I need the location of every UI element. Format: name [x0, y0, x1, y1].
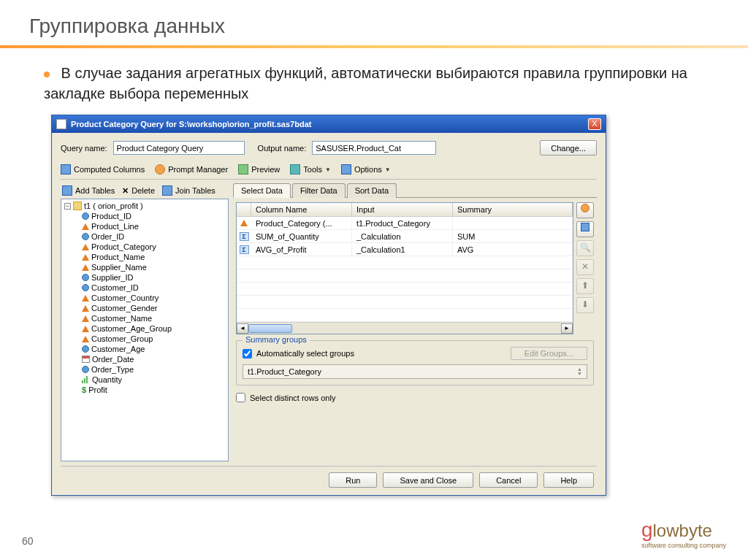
computed-columns-button[interactable]: Computed Columns — [61, 164, 145, 174]
num-col-icon — [82, 284, 89, 291]
distinct-row: Select distinct rows only — [236, 393, 594, 402]
run-button[interactable]: Run — [329, 472, 377, 488]
tree-root[interactable]: − t1 ( orion_profit ) — [63, 201, 226, 211]
tree-item[interactable]: Customer_Group — [80, 334, 226, 344]
tree-item-label: Order_ID — [91, 232, 124, 241]
tables-pane: Add Tables ✕Delete Join Tables − t1 ( or… — [61, 183, 229, 461]
move-down-button: ⬇ — [576, 297, 594, 313]
cell-column-name: SUM_of_Quantity — [251, 231, 352, 242]
tree-item[interactable]: Supplier_ID — [80, 272, 226, 283]
preview-button[interactable]: Preview — [238, 164, 280, 174]
bullet-icon — [44, 72, 50, 77]
add-column-button[interactable] — [576, 202, 594, 218]
tree-item[interactable]: Order_ID — [80, 231, 226, 242]
tree-item-label: Quantity — [92, 375, 122, 384]
tree-item[interactable]: $Profit — [80, 385, 226, 395]
grid-row[interactable]: ΣSUM_of_Quantity_CalculationSUM — [237, 230, 573, 243]
grid-row[interactable]: Product_Category (...t1.Product_Category — [237, 217, 573, 230]
auto-select-groups-checkbox[interactable] — [243, 349, 252, 358]
tab-filter-data[interactable]: Filter Data — [292, 183, 346, 198]
tree-item-label: Customer_Gender — [91, 304, 158, 312]
header-summary[interactable]: Summary — [453, 203, 573, 216]
query-name-row: Query name: Output name: Change... — [61, 140, 597, 156]
tables-toolbar: Add Tables ✕Delete Join Tables — [61, 183, 229, 199]
x-icon: ✕ — [581, 261, 589, 272]
tree-item[interactable]: Customer_Name — [80, 313, 226, 323]
app-icon — [56, 119, 66, 129]
tree-item-label: Product_ID — [91, 212, 131, 220]
logo-tagline: software consulting company — [641, 542, 726, 549]
tree-item[interactable]: Product_ID — [80, 211, 226, 221]
tree-item[interactable]: Supplier_Name — [80, 262, 226, 272]
char-col-icon — [82, 295, 89, 302]
tab-select-data[interactable]: Select Data — [233, 183, 291, 198]
cell-column-name: AVG_of_Profit — [251, 244, 352, 256]
grid-icon — [581, 223, 589, 231]
char-col-icon — [82, 305, 89, 312]
grid-row[interactable]: ΣAVG_of_Profit_Calculation1AVG — [237, 243, 573, 256]
prompt-icon — [155, 164, 165, 174]
cancel-button[interactable]: Cancel — [479, 472, 538, 488]
scroll-left-button[interactable]: ◄ — [237, 323, 248, 334]
titlebar[interactable]: Product Category Query for S:\workshop\o… — [52, 115, 606, 133]
num-col-icon — [82, 233, 89, 240]
columns-tree[interactable]: − t1 ( orion_profit ) Product_IDProduct_… — [61, 199, 229, 461]
options-dropdown[interactable]: Options▼ — [341, 164, 391, 174]
horizontal-scrollbar[interactable]: ◄ ► — [237, 322, 573, 334]
tree-item[interactable]: Customer_Age — [80, 344, 226, 354]
tree-item[interactable]: Quantity — [80, 375, 226, 385]
close-button[interactable]: X — [588, 118, 601, 130]
tree-item[interactable]: Customer_ID — [80, 283, 226, 293]
logo-accent: g — [641, 518, 653, 541]
tree-item-label: Order_Type — [91, 365, 134, 374]
char-col-icon — [82, 244, 89, 250]
change-button[interactable]: Change... — [540, 140, 597, 156]
header-column-name[interactable]: Column Name — [251, 203, 352, 216]
properties-button[interactable] — [576, 221, 594, 237]
spinner-icon[interactable]: ▲▼ — [577, 367, 582, 376]
tree-item[interactable]: Customer_Country — [80, 293, 226, 303]
tree-item[interactable]: Customer_Age_Group — [80, 323, 226, 334]
tree-item[interactable]: Customer_Gender — [80, 303, 226, 313]
search-icon: 🔍 — [580, 242, 591, 253]
tabs: Select Data Filter Data Sort Data — [233, 183, 597, 198]
num-col-icon — [82, 345, 89, 353]
currency-icon: $ — [82, 386, 86, 394]
header-input[interactable]: Input — [352, 203, 453, 216]
save-close-button[interactable]: Save and Close — [383, 472, 473, 488]
join-tables-button[interactable]: Join Tables — [162, 185, 215, 196]
tools-dropdown[interactable]: Tools▼ — [290, 164, 331, 174]
tree-item[interactable]: Order_Type — [80, 364, 226, 375]
scroll-thumb[interactable] — [248, 324, 292, 333]
tree-item-label: Customer_Country — [91, 294, 159, 302]
num-col-icon — [82, 212, 89, 220]
cell-summary — [453, 222, 573, 225]
tree-item[interactable]: Product_Line — [80, 221, 226, 231]
table-icon — [73, 202, 82, 210]
move-up-button: ⬆ — [576, 278, 594, 294]
collapse-icon[interactable]: − — [64, 203, 71, 210]
tree-item-label: Supplier_ID — [91, 273, 133, 282]
tree-item[interactable]: Product_Category — [80, 242, 226, 252]
logo: glowbyte software consulting company — [641, 518, 726, 549]
output-name-input[interactable] — [312, 141, 436, 155]
scroll-right-button[interactable]: ► — [561, 323, 573, 334]
help-button[interactable]: Help — [543, 472, 594, 488]
add-tables-button[interactable]: Add Tables — [62, 185, 115, 196]
tree-item[interactable]: Product_Name — [80, 252, 226, 262]
add-icon — [62, 185, 72, 196]
tab-sort-data[interactable]: Sort Data — [347, 183, 397, 198]
delete-button[interactable]: ✕Delete — [122, 186, 155, 196]
output-name-label: Output name: — [258, 144, 307, 153]
columns-grid[interactable]: Column Name Input Summary Product_Catego… — [236, 202, 573, 334]
distinct-checkbox[interactable] — [236, 393, 245, 402]
grid-icon — [61, 164, 71, 174]
query-name-input[interactable] — [113, 141, 245, 155]
date-col-icon — [82, 356, 90, 363]
num-col-icon — [82, 366, 89, 373]
tree-item[interactable]: Order_Date — [80, 354, 226, 364]
groups-list[interactable]: t1.Product_Category ▲▼ — [243, 364, 587, 379]
num-col-icon — [82, 274, 89, 281]
prompt-manager-button[interactable]: Prompt Manager — [155, 164, 228, 174]
auto-select-label: Automatically select groups — [256, 349, 354, 358]
